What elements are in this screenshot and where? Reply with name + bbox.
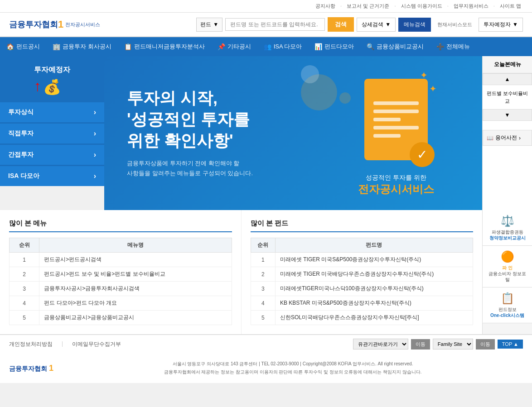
sidebar-item-indirect-investment[interactable]: 간접투자 › [0, 145, 104, 165]
top-nav-item[interactable]: 업무지원서비스 [454, 3, 488, 9]
star-icon: ✦ [420, 70, 428, 81]
today-menu-header: 오늘본메뉴 [483, 56, 532, 73]
table-row[interactable]: 3미래에셋TIGER미국나스닥100증권상장지수투자신탁(주식) [251, 282, 473, 296]
sidebar: 투자예정자 💰 투자상식 › 직접투자 › 간접투자 › ISA 다모아 › [0, 56, 104, 210]
banner-title: 투자의 시작, '성공적인 투자를 위한 확인사항' [127, 88, 253, 151]
footer-bottom: 금융투자협회 1 서울시 영등포구 의사당대로 143 금투센터 | TEL 0… [0, 353, 532, 383]
nav-item-other-notice[interactable]: 📌 기타공시 [211, 37, 257, 56]
top-nav-item[interactable]: 공지사항 [315, 3, 335, 9]
nav-item-investment-notice[interactable]: 🏢 금융투자 회사공시 [46, 37, 118, 56]
top-nav-item[interactable]: 사이트 맵 [500, 3, 521, 9]
doc-line [373, 101, 419, 105]
table-row[interactable]: 5신한SOL미국배당다우존스스증권상장지수투자신탁[주식] [251, 311, 473, 325]
doc-line-short [373, 134, 401, 138]
doc-line-short [373, 118, 401, 121]
header: 금융투자협회 1 전자공시서비스 펀드 ▼ 검색 상세검색 ▼ 메뉴검색 현재서… [0, 13, 532, 37]
footer-info: 서울시 영등포구 의사당대로 143 금투센터 | TEL 02-2003-90… [63, 360, 523, 376]
plus-icon: ➕ [436, 43, 444, 50]
detail-search-button[interactable]: 상세검색 ▼ [357, 18, 396, 32]
today-menu-down-button[interactable]: ▼ [483, 109, 532, 121]
widget-fpa-info[interactable]: 🟠 파 인 금융소비자 정보포털 [483, 246, 532, 287]
logo-text: 금융투자협회 [9, 19, 58, 30]
dropdown-icon: ▼ [213, 21, 218, 28]
nav-item-fin-product[interactable]: 🔍 금융상품비교공시 [360, 37, 430, 56]
sidebar-item-isa-damoah[interactable]: ISA 다모아 › [0, 166, 104, 186]
document-icon: 📋 [487, 292, 527, 305]
popular-menu-table: 순위 메뉴명 1펀드공시>펀드공시검색2펀드공시>펀드 보수 및 비율>펀드별 … [9, 238, 232, 325]
logo-sub: 전자공시서비스 [65, 21, 100, 28]
doc-line [373, 126, 419, 129]
widget-bond-info[interactable]: ⚖️ 파생결합증권등 청약정보비교공시 [483, 210, 532, 246]
institution-go-button[interactable]: 이동 [411, 339, 430, 350]
footer-logo: 금융투자협회 1 [9, 364, 53, 373]
institution-select[interactable]: 유관기관바로가기 [353, 339, 408, 350]
nav-item-fund-manager[interactable]: 📋 펀드매니저금융투자분석사 [118, 37, 211, 56]
table-row[interactable]: 1펀드공시>펀드공시검색 [10, 253, 232, 267]
footer-nav-row: 개인정보처리방침 | 이메일무단수집거부 유관기관바로가기 이동 Family … [0, 335, 532, 353]
top-nav-item[interactable]: 시스템 이용가이드 [401, 3, 442, 9]
sidebar-header-title: 투자예정자 [5, 65, 100, 75]
top-nav: 공지사항 · 보고서 및 근거기준 · 시스템 이용가이드 · 업무지원서비스 … [0, 0, 532, 13]
sidebar-item-investment-knowledge[interactable]: 투자상식 › [0, 102, 104, 122]
service-mode-label: 현재서비스모드 [437, 21, 472, 28]
check-icon: ✓ [410, 142, 435, 167]
search-type-select[interactable]: 펀드 ▼ [196, 18, 222, 32]
chevron-right-icon: › [94, 108, 96, 116]
top-button[interactable]: TOP ▲ [498, 340, 523, 349]
footer-links: 개인정보처리방침 | 이메일무단수집거부 [9, 340, 121, 348]
search-button[interactable]: 검색 [328, 17, 354, 32]
nav-item-isa[interactable]: 👥 ISA 다모아 [257, 37, 309, 56]
logo-number: 1 [58, 19, 63, 30]
chevron-right-icon: › [94, 172, 96, 180]
sidebar-menu: 투자상식 › 직접투자 › 간접투자 › ISA 다모아 › [0, 102, 104, 186]
nav-item-all-menu[interactable]: ➕ 전체메뉴 [430, 37, 476, 56]
term-dictionary-button[interactable]: 📖 용어사전 › [483, 130, 532, 146]
doc-line [373, 110, 419, 113]
investment-button[interactable]: 투자예정자 ▼ [479, 18, 523, 32]
today-menu-up-button[interactable]: ▲ [483, 73, 532, 85]
table-row[interactable]: 4KB KBSTAR 미국S&P500증권상장지수투자신탁(주식) [251, 296, 473, 311]
popular-menu-section: 많이 본 메뉴 순위 메뉴명 1펀드공시>펀드공시검색2펀드공시>펀드 보수 및… [0, 210, 242, 334]
banner-img-text: 성공적인 투자를 위한 전자공시서비스 [333, 174, 459, 196]
clipboard-icon: 📋 [124, 43, 132, 50]
content-wrapper: 투자예정자 💰 투자상식 › 직접투자 › 간접투자 › ISA 다모아 › [0, 56, 532, 210]
popular-fund-table: 순위 펀드명 1미래에셋 TIGER 미국S&P500증권상장지수투자신탁(주식… [251, 238, 474, 325]
home-icon: 🏠 [6, 43, 14, 50]
banner-image: ✓ ✦ ✦ 성공적인 투자를 위한 전자공시서비스 [333, 70, 459, 196]
today-menu: 오늘본메뉴 ▲ 펀드별 보수비율비교 ▼ 📖 용어사전 › [482, 56, 532, 210]
sidebar-header: 투자예정자 💰 [0, 56, 104, 102]
orange-circle-icon: 🟠 [487, 250, 527, 263]
right-widgets: ⚖️ 파생결합증권등 청약정보비교공시 🟠 파 인 금융소비자 정보포털 📋 펀… [482, 210, 532, 334]
table-row[interactable]: 5금융상품비교공시>금융상품비교공시 [10, 311, 232, 325]
table-row[interactable]: 1미래에셋 TIGER 미국S&P500증권상장지수투자신탁(주식) [251, 253, 473, 267]
main-nav: 🏠 펀드공시 🏢 금융투자 회사공시 📋 펀드매니저금융투자분석사 📌 기타공시… [0, 37, 532, 56]
scale-icon: ⚖️ [487, 215, 527, 227]
doc-illustration: ✓ ✦ ✦ [355, 70, 437, 169]
top-nav-item[interactable]: 보고서 및 근거기준 [347, 3, 389, 9]
table-row[interactable]: 2미래에셋 TIGER 미국배당다우존스증권상장지수투자신탁(주식) [251, 267, 473, 282]
table-row[interactable]: 3금융투자사공시>금융투자회사공시검색 [10, 282, 232, 296]
deco-circle-2 [301, 65, 319, 83]
widget-fund-oneclick[interactable]: 📋 펀드정보 One-click시스템 [483, 287, 532, 323]
table-header-rank: 순위 [251, 238, 275, 253]
main-banner: 투자의 시작, '성공적인 투자를 위한 확인사항' 금융투자상품에 투자하기 … [104, 56, 482, 210]
search-input[interactable] [225, 18, 325, 31]
money-icon: 💰 [5, 78, 100, 96]
nav-item-fund-notice[interactable]: 🏠 펀드공시 [0, 37, 46, 56]
banner-subtitle: 금융투자상품에 투자하기 전에 확인해야 할 사항들을 알려주는 메뉴들로 구성… [127, 158, 253, 178]
chevron-down-icon: ▼ [513, 21, 518, 28]
users-icon: 👥 [264, 43, 271, 50]
sidebar-item-direct-investment[interactable]: 직접투자 › [0, 124, 104, 144]
table-header-fund: 펀드명 [275, 238, 473, 253]
family-site-go-button[interactable]: 이동 [476, 339, 495, 350]
table-row[interactable]: 4펀드 다모아>펀드 다모아 개요 [10, 296, 232, 311]
footer-privacy-link[interactable]: 개인정보처리방침 [9, 340, 53, 348]
family-site-select[interactable]: Family Site [433, 339, 473, 350]
magnify-icon: 🔍 [367, 43, 374, 50]
table-row[interactable]: 2펀드공시>펀드 보수 및 비율>펀드별 보수비율비교 [10, 267, 232, 282]
chevron-right-icon: › [94, 129, 96, 138]
footer-email-link[interactable]: 이메일무단수집거부 [72, 340, 121, 348]
logo: 금융투자협회 1 전자공시서비스 [9, 19, 100, 30]
nav-item-fund-damoah[interactable]: 📊 펀드다모아 [308, 37, 360, 56]
menu-search-button[interactable]: 메뉴검색 [398, 18, 431, 32]
